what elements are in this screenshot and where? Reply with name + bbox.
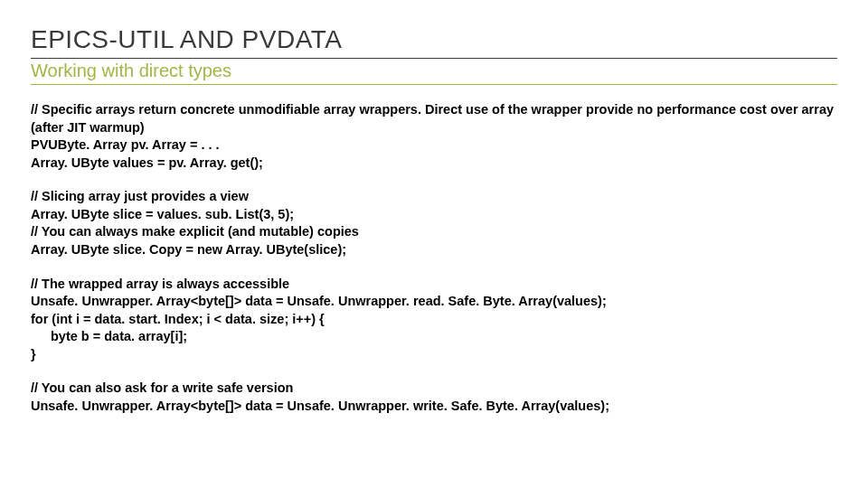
slide: EPICS-UTIL AND PVDATA Working with direc… [0, 0, 868, 449]
comment-line: // You can always make explicit (and mut… [31, 223, 837, 241]
code-line: Array. UByte slice. Copy = new Array. UB… [31, 241, 837, 259]
comment-line: // You can also ask for a write safe ver… [31, 380, 837, 398]
code-line: Unsafe. Unwrapper. Array<byte[]> data = … [31, 398, 837, 416]
code-line: PVUByte. Array pv. Array = . . . [31, 136, 837, 155]
code-block-3: // The wrapped array is always accessibl… [31, 276, 837, 364]
code-line: Unsafe. Unwrapper. Array<byte[]> data = … [31, 293, 837, 311]
code-line: Array. UByte slice = values. sub. List(3… [31, 206, 837, 224]
comment-line: // Specific arrays return concrete unmod… [31, 101, 837, 136]
code-line: byte b = data. array[i]; [31, 328, 837, 346]
code-line: Array. UByte values = pv. Array. get(); [31, 155, 837, 173]
slide-title: EPICS-UTIL AND PVDATA [31, 25, 837, 59]
code-line: for (int i = data. start. Index; i < dat… [31, 311, 837, 329]
comment-line: // Slicing array just provides a view [31, 188, 837, 206]
code-block-4: // You can also ask for a write safe ver… [31, 380, 837, 415]
comment-line: // The wrapped array is always accessibl… [31, 276, 837, 294]
code-block-2: // Slicing array just provides a view Ar… [31, 188, 837, 258]
code-line: } [31, 346, 837, 364]
slide-subtitle: Working with direct types [31, 61, 837, 85]
code-block-1: // Specific arrays return concrete unmod… [31, 101, 837, 172]
